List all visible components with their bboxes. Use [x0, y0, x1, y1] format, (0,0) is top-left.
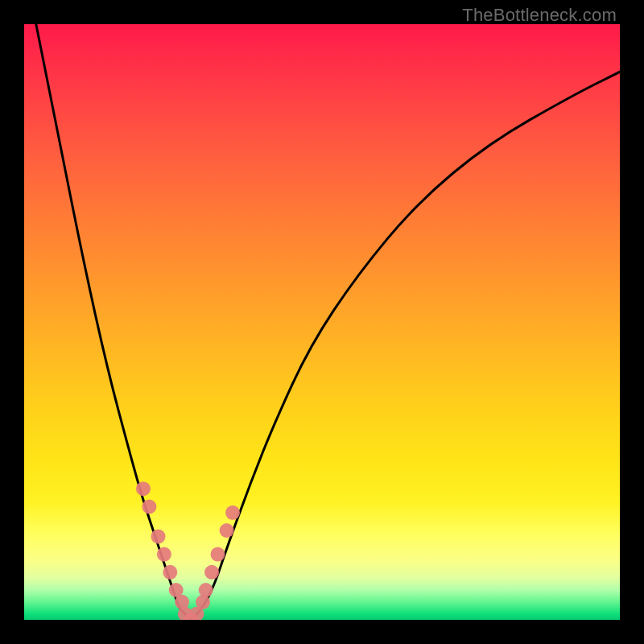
highlight-dot	[142, 499, 156, 514]
bottleneck-curve	[36, 24, 620, 618]
highlight-dot	[163, 565, 177, 580]
highlight-dot	[211, 547, 225, 562]
highlight-dot	[157, 547, 171, 562]
chart-container: TheBottleneck.com	[0, 0, 644, 644]
highlight-dots	[136, 481, 240, 620]
curve-layer	[24, 24, 620, 620]
highlight-dot	[204, 565, 219, 580]
highlight-dot	[225, 506, 240, 520]
watermark-text: TheBottleneck.com	[462, 5, 617, 26]
highlight-dot	[199, 583, 213, 597]
highlight-dot	[151, 529, 166, 543]
highlight-dot	[220, 523, 234, 538]
highlight-dot	[136, 481, 151, 496]
